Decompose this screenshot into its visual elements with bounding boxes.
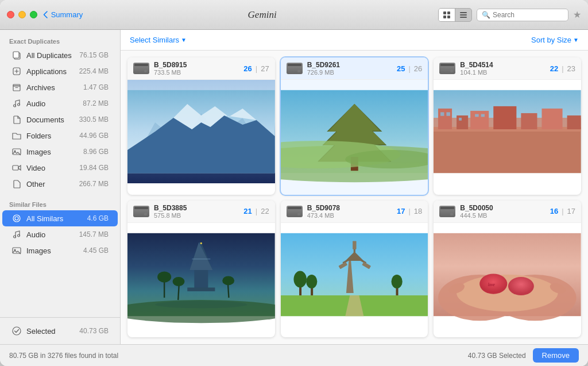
- dubai-svg: [127, 223, 275, 326]
- similars-icon: [11, 213, 22, 224]
- sidebar-item-video[interactable]: Video 19.84 GB: [2, 160, 118, 176]
- grid-item-name: B_5D8915: [154, 61, 243, 69]
- count-divider: |: [256, 64, 257, 73]
- svg-rect-45: [567, 115, 581, 129]
- grid-item-image-city: [434, 80, 581, 183]
- status-right: 40.73 GB Selected Remove: [468, 348, 579, 363]
- grid-item-image-hands: love: [434, 223, 581, 326]
- tree-svg: [281, 80, 428, 183]
- grid-item-B_5D9261[interactable]: B_5D9261 726.9 MB 25 | 26: [281, 57, 428, 195]
- grid-item-B_5D4514[interactable]: B_5D4514 104.1 MB 22 | 23: [434, 57, 581, 195]
- select-similars-button[interactable]: Select Similars ▼: [130, 36, 187, 44]
- app-icon: [11, 66, 22, 76]
- grid-item-B_5D3885[interactable]: B_5D3885 575.8 MB 21 | 22: [127, 201, 275, 338]
- search-input[interactable]: [493, 11, 556, 19]
- svg-point-13: [18, 103, 20, 106]
- disk-icon: [133, 63, 149, 74]
- svg-point-62: [127, 300, 275, 323]
- select-similars-label: Select Similars: [130, 36, 179, 44]
- grid-item-size: 726.9 MB: [307, 69, 397, 76]
- grid-item-B_5D0050[interactable]: B_5D0050 444.5 MB 16 | 17: [434, 201, 581, 338]
- sidebar-item-all-similars[interactable]: All Similars 4.6 GB: [2, 210, 118, 226]
- count-total: 18: [414, 207, 422, 215]
- sidebar-item-all-duplicates-label: All Duplicates: [26, 51, 79, 60]
- sidebar-item-documents-label: Documents: [26, 115, 79, 124]
- count-selected: 16: [550, 207, 558, 215]
- main-window: Summary Gemini: [0, 0, 588, 366]
- sidebar-item-folders[interactable]: Folders 44.96 GB: [2, 128, 118, 144]
- sidebar-item-documents[interactable]: Documents 330.5 MB: [2, 111, 118, 128]
- sidebar-item-audio[interactable]: Audio 87.2 MB: [2, 95, 118, 111]
- sidebar-item-applications-label: Applications: [26, 67, 79, 76]
- sidebar-item-images[interactable]: Images 8.96 GB: [2, 144, 118, 160]
- svg-rect-54: [187, 287, 215, 291]
- sidebar-item-other[interactable]: Other 266.7 MB: [2, 176, 118, 192]
- remove-button[interactable]: Remove: [533, 348, 579, 363]
- sidebar-item-similar-audio[interactable]: Audio 145.7 MB: [2, 226, 118, 242]
- selected-check-icon: [11, 326, 22, 336]
- count-divider: |: [256, 207, 257, 215]
- sidebar-item-applications[interactable]: Applications 225.4 MB: [2, 63, 118, 79]
- close-button[interactable]: [7, 11, 14, 18]
- svg-rect-6: [460, 17, 467, 18]
- grid-item-counts: 25 | 26: [397, 64, 422, 73]
- svg-rect-48: [459, 118, 462, 121]
- search-bar[interactable]: 🔍: [477, 9, 568, 21]
- disk-icon: [287, 63, 303, 74]
- grid-view-button[interactable]: [439, 9, 455, 21]
- svg-text:love: love: [488, 283, 496, 287]
- svg-rect-40: [457, 115, 468, 129]
- svg-rect-49: [475, 114, 479, 117]
- grid-item-counts: 26 | 27: [243, 64, 269, 73]
- grid-item-B_5D9078[interactable]: B_5D9078 473.4 MB 17 | 18: [281, 201, 428, 338]
- svg-point-17: [13, 215, 20, 222]
- main-content: Exact Duplicates All Duplicates 76.15 GB…: [0, 30, 588, 344]
- sidebar-item-images-label: Images: [26, 148, 83, 156]
- disk-icon: [287, 206, 303, 217]
- sidebar-item-all-duplicates-size: 76.15 GB: [79, 51, 109, 59]
- titlebar: Summary Gemini: [0, 0, 588, 30]
- svg-line-57: [178, 284, 179, 300]
- back-button[interactable]: Summary: [43, 10, 83, 19]
- disk-icon: [439, 63, 455, 74]
- grid-item-info: B_5D9261 726.9 MB: [307, 61, 397, 76]
- grid-item-info: B_5D8915 733.5 MB: [154, 61, 243, 76]
- count-selected: 17: [397, 207, 405, 215]
- favorites-button[interactable]: ★: [573, 9, 581, 20]
- svg-rect-50: [481, 114, 485, 117]
- sidebar-bottom: Selected 40.73 GB: [0, 317, 120, 344]
- sidebar-item-images-size: 8.96 GB: [83, 148, 109, 156]
- sidebar-item-all-duplicates[interactable]: All Duplicates 76.15 GB: [2, 47, 118, 63]
- sidebar-item-archives[interactable]: Archives 1.47 GB: [2, 79, 118, 95]
- grid-item-name: B_5D9261: [307, 61, 397, 69]
- grid-item-B_5D8915[interactable]: B_5D8915 733.5 MB 26 | 27: [127, 57, 275, 195]
- copy-icon: [11, 50, 22, 60]
- list-view-button[interactable]: [455, 9, 471, 21]
- svg-point-58: [173, 277, 185, 286]
- maximize-button[interactable]: [30, 11, 37, 18]
- minimize-button[interactable]: [18, 11, 26, 18]
- content-area: Select Similars ▼ Sort by Size ▼ B_5D891…: [121, 30, 588, 344]
- count-total: 23: [567, 64, 575, 73]
- svg-rect-4: [460, 12, 467, 13]
- svg-rect-37: [434, 127, 581, 173]
- svg-point-20: [18, 234, 20, 237]
- sidebar-item-similar-images[interactable]: Images 4.45 GB: [2, 242, 118, 259]
- audio-icon: [11, 98, 22, 109]
- grid-item-size: 444.5 MB: [460, 212, 550, 219]
- doc-icon: [11, 114, 22, 125]
- similar-files-section-label: Similar Files: [0, 198, 120, 210]
- sidebar-item-similar-audio-label: Audio: [26, 230, 79, 239]
- grid-item-counts: 21 | 22: [243, 207, 269, 215]
- video-icon: [11, 163, 22, 173]
- svg-point-23: [13, 327, 21, 335]
- search-icon: 🔍: [482, 11, 490, 19]
- sidebar-item-applications-size: 225.4 MB: [79, 67, 109, 75]
- svg-point-60: [222, 276, 234, 285]
- sidebar-item-video-size: 19.84 GB: [79, 164, 109, 172]
- image-icon: [11, 147, 22, 157]
- disk-icon: [133, 206, 149, 217]
- svg-rect-42: [494, 106, 517, 129]
- sidebar-item-other-label: Other: [26, 180, 79, 188]
- sort-button[interactable]: Sort by Size ▼: [531, 36, 579, 44]
